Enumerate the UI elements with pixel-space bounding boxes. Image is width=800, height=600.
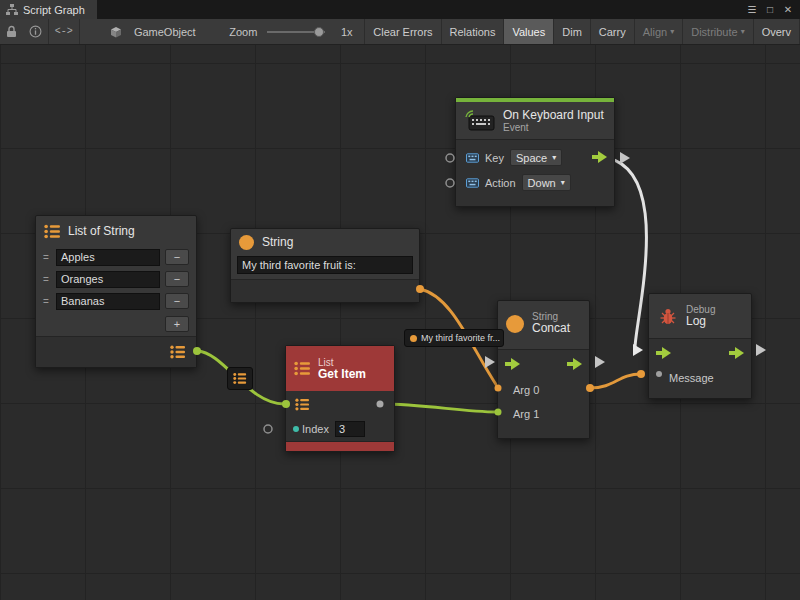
zoom-slider-handle[interactable] [314, 27, 324, 37]
control-output-port[interactable] [567, 358, 582, 372]
add-item-button[interactable]: + [165, 316, 189, 332]
node-title: Concat [532, 322, 583, 335]
node-subtitle: Event [503, 122, 604, 133]
node-header: String Concat [498, 301, 589, 349]
tab-script-graph[interactable]: Script Graph [0, 0, 97, 19]
node-title: List of String [68, 225, 135, 238]
bug-icon [658, 307, 678, 326]
node-header: List Get Item [286, 346, 394, 391]
node-title: On Keyboard Input [503, 109, 604, 122]
action-label: Action [485, 177, 516, 189]
list-item-field[interactable]: Oranges [56, 271, 160, 288]
control-output-port[interactable] [592, 151, 607, 165]
title-bar: Script Graph ☰ □ ✕ [0, 0, 800, 19]
action-port-icon [466, 178, 479, 188]
chevron-down-icon: ▾ [670, 28, 674, 36]
code-view-icon[interactable]: <-> [49, 19, 79, 44]
index-input[interactable]: 3 [335, 421, 365, 437]
gameobject-icon [104, 19, 128, 44]
window-maximize-icon[interactable]: □ [761, 1, 779, 18]
dim-button[interactable]: Dim [553, 19, 590, 44]
list-item-row: = Oranges − [36, 268, 196, 290]
remove-item-button[interactable]: − [165, 271, 189, 287]
node-get-item[interactable]: List Get Item Index 3 [285, 345, 395, 452]
action-row: Action Down ▾ [456, 170, 614, 195]
window-close-icon[interactable]: ✕ [779, 1, 797, 18]
gameobject-label[interactable]: GameObject [128, 26, 202, 38]
drag-handle-icon[interactable]: = [43, 274, 51, 285]
key-row: Key Space ▾ [456, 145, 614, 170]
node-concat[interactable]: String Concat Arg 0 Arg 1 [497, 300, 590, 439]
node-header: On Keyboard Input Event [456, 102, 614, 139]
graph-toolbar: <-> GameObject Zoom 1x Clear Errors Rela… [0, 19, 800, 45]
lock-icon[interactable] [0, 19, 23, 44]
node-header: List of String [36, 216, 196, 246]
wire-value-text: My third favorite fr... [421, 333, 500, 343]
index-label: Index [302, 423, 329, 435]
node-title: Get Item [318, 368, 366, 381]
string-type-icon [506, 315, 524, 333]
string-output-row [231, 279, 419, 302]
node-body: Arg 0 Arg 1 [498, 349, 589, 438]
script-graph-icon [6, 4, 18, 15]
overview-button[interactable]: Overv [753, 19, 800, 44]
action-dropdown[interactable]: Down ▾ [522, 174, 571, 191]
keyboard-icon [465, 110, 495, 132]
zoom-slider[interactable] [267, 31, 325, 33]
string-field-row: My third favorite fruit is: [231, 255, 419, 279]
control-input-port[interactable] [505, 358, 520, 372]
node-title: String [262, 236, 293, 249]
list-icon [44, 224, 61, 239]
string-value-input[interactable]: My third favorite fruit is: [237, 256, 413, 274]
list-item-field[interactable]: Bananas [56, 293, 160, 310]
list-item-field[interactable]: Apples [56, 249, 160, 266]
node-on-keyboard-input[interactable]: On Keyboard Input Event Key Space ▾ Acti… [455, 97, 615, 207]
zoom-label: Zoom [223, 26, 263, 38]
arg0-label: Arg 0 [513, 384, 539, 396]
remove-item-button[interactable]: − [165, 293, 189, 309]
tab-title: Script Graph [23, 4, 85, 16]
window-menu-icon[interactable]: ☰ [743, 1, 761, 18]
arg1-row: Arg 1 [498, 402, 589, 426]
values-button[interactable]: Values [503, 19, 553, 44]
string-type-icon [410, 335, 417, 342]
node-string-literal[interactable]: String My third favorite fruit is: [230, 228, 420, 303]
list-icon [233, 372, 247, 385]
node-log[interactable]: Debug Log Message [648, 293, 752, 399]
list-input-row [286, 391, 394, 417]
key-label: Key [485, 152, 504, 164]
node-header-text: On Keyboard Input Event [503, 109, 604, 133]
list-output-row [36, 336, 196, 367]
clear-errors-button[interactable]: Clear Errors [364, 19, 440, 44]
key-dropdown[interactable]: Space ▾ [510, 149, 562, 166]
index-row: Index 3 [286, 417, 394, 441]
node-body: Key Space ▾ Action Down ▾ [456, 139, 614, 206]
info-icon[interactable] [23, 19, 48, 44]
string-type-icon [239, 235, 254, 250]
chevron-down-icon: ▾ [552, 154, 556, 162]
node-header-text: List Get Item [318, 357, 366, 381]
drag-handle-icon[interactable]: = [43, 296, 51, 307]
distribute-button[interactable]: Distribute▾ [682, 19, 752, 44]
node-list-of-string[interactable]: List of String = Apples − = Oranges − = … [35, 215, 197, 368]
node-body: Index 3 [286, 391, 394, 441]
window-controls: ☰ □ ✕ [743, 0, 800, 19]
wire-value-badge-list [227, 367, 253, 390]
key-port-icon [466, 153, 479, 163]
relations-button[interactable]: Relations [441, 19, 504, 44]
carry-button[interactable]: Carry [590, 19, 634, 44]
control-output-port[interactable] [729, 347, 744, 361]
toolbar-separator [79, 19, 80, 44]
remove-item-button[interactable]: − [165, 249, 189, 265]
list-icon [294, 361, 311, 376]
align-button[interactable]: Align▾ [634, 19, 682, 44]
message-row: Message [649, 367, 751, 389]
drag-handle-icon[interactable]: = [43, 252, 51, 263]
control-input-port[interactable] [656, 347, 671, 361]
node-body: Message [649, 338, 751, 398]
control-flow-row [498, 350, 589, 378]
node-title: Log [686, 315, 715, 328]
arg1-label: Arg 1 [513, 408, 539, 420]
node-footer-strip [286, 441, 394, 451]
add-item-row: + [36, 312, 196, 336]
